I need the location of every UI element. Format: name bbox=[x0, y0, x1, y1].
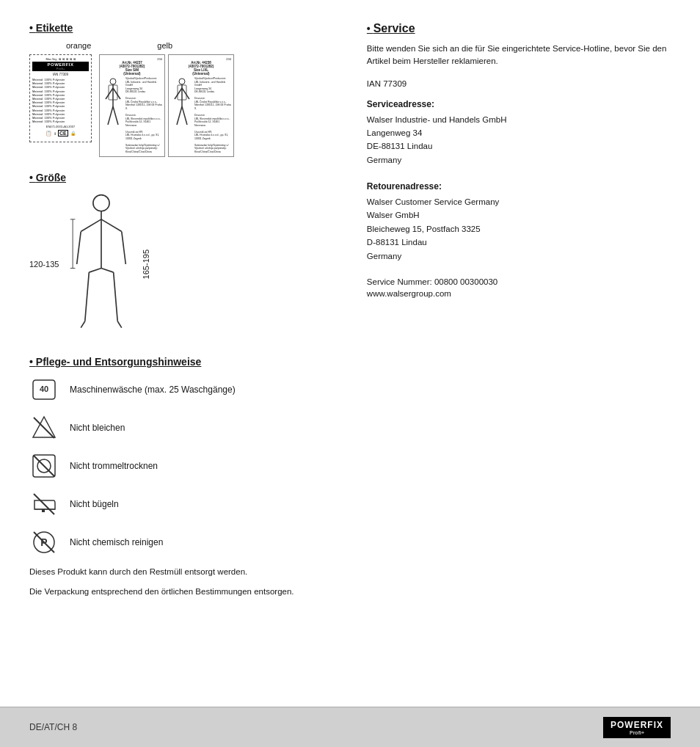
serviceadresse-line-2: Langenweg 34 bbox=[367, 126, 671, 139]
no-iron-icon bbox=[29, 489, 59, 519]
footer-locale: DE/AT/CH 8 bbox=[29, 722, 77, 732]
svg-line-19 bbox=[122, 232, 126, 264]
retoure-line-2: Walser GmbH bbox=[367, 208, 671, 222]
care-item-wash: 40 Maschinenwäsche (max. 25 Waschgänge) bbox=[29, 375, 338, 404]
svg-line-35 bbox=[34, 456, 54, 476]
serviceadresse-line-1: Walser Industrie- und Handels GmbH bbox=[367, 113, 671, 126]
powerfix-logo: POWERFIX Profi+ bbox=[32, 62, 89, 71]
right-column: • Service Bitte wenden Sie sich an die f… bbox=[352, 22, 671, 690]
svg-rect-37 bbox=[42, 509, 45, 512]
svg-line-26 bbox=[118, 321, 123, 328]
svg-line-10 bbox=[182, 88, 189, 99]
svg-line-11 bbox=[177, 106, 182, 125]
svg-line-23 bbox=[85, 272, 90, 321]
pflege-section: Pflege- und Entsorgungshinweise 40 Masch… bbox=[29, 356, 338, 599]
svg-line-25 bbox=[81, 321, 86, 328]
service-title: • Service bbox=[367, 22, 671, 35]
powerfix-badge: POWERFIX Profi+ bbox=[603, 717, 671, 738]
left-column: Etikette orange gelb Max 5kg ⊠⊠⊠⊠⊠ POWER… bbox=[29, 22, 352, 690]
retoure-line-1: Walser Customer Service Germany bbox=[367, 195, 671, 208]
care-text-tumble: Nicht trommeltrocknen bbox=[70, 461, 158, 471]
svg-line-2 bbox=[106, 88, 113, 99]
size-range-vertical: 165-195 bbox=[142, 249, 150, 279]
svg-point-0 bbox=[110, 79, 116, 84]
wash-icon: 40 bbox=[29, 375, 59, 404]
svg-line-4 bbox=[108, 106, 113, 125]
retoure-address: Walser Customer Service Germany Walser G… bbox=[367, 195, 671, 263]
no-tumble-icon bbox=[29, 451, 59, 481]
retoure-line-3: Bleicheweg 15, Postfach 3325 bbox=[367, 222, 671, 236]
svg-line-24 bbox=[114, 272, 118, 321]
disposal-text-1: Dieses Produkt kann durch den Restmüll e… bbox=[29, 566, 338, 578]
powerfix-brand: POWERFIX bbox=[610, 720, 663, 730]
svg-line-5 bbox=[113, 106, 118, 125]
footer: DE/AT/CH 8 POWERFIX Profi+ bbox=[0, 707, 700, 747]
svg-point-7 bbox=[179, 79, 185, 84]
grosse-section: Größe 120-135 bbox=[29, 172, 338, 338]
service-section: • Service Bitte wenden Sie sich an die f… bbox=[367, 22, 671, 298]
serviceadresse-line-4: Germany bbox=[367, 153, 671, 167]
serviceadresse-line-3: DE-88131 Lindau bbox=[367, 139, 671, 153]
label-colors-row: orange gelb bbox=[66, 41, 338, 50]
serviceadresse-title: Serviceadresse: bbox=[367, 99, 671, 109]
svg-line-12 bbox=[182, 106, 187, 125]
serviceadresse-address: Walser Industrie- und Handels GmbH Lange… bbox=[367, 113, 671, 167]
svg-line-22 bbox=[101, 269, 114, 273]
garment-label-1: 234 Art.Nr. 44237(43072-7001282)Size S/M… bbox=[99, 54, 165, 157]
retoure-title: Retourenadresse: bbox=[367, 181, 671, 192]
no-bleach-icon bbox=[29, 413, 59, 442]
garment-labels: 234 Art.Nr. 44237(43072-7001282)Size S/M… bbox=[99, 54, 234, 157]
retoure-line-5: Germany bbox=[367, 249, 671, 263]
ian-number: IAN 77309 bbox=[367, 79, 671, 88]
service-number: Service Nummer: 00800 00300030 bbox=[367, 277, 671, 286]
body-figure-svg bbox=[65, 191, 138, 338]
svg-line-17 bbox=[101, 219, 122, 232]
grosse-title: Größe bbox=[29, 172, 338, 183]
retoure-line-4: D-88131 Lindau bbox=[367, 236, 671, 249]
care-item-bleach: Nicht bleichen bbox=[29, 413, 338, 442]
care-item-iron: Nicht bügeln bbox=[29, 489, 338, 519]
etikette-title: Etikette bbox=[29, 22, 338, 34]
size-figure-container: 120-135 bbox=[29, 191, 338, 338]
pflege-title: Pflege- und Entsorgungshinweise bbox=[29, 356, 338, 368]
gelb-label: gelb bbox=[157, 41, 172, 50]
care-text-chemical: Nicht chemisch reinigen bbox=[70, 537, 163, 547]
care-text-bleach: Nicht bleichen bbox=[70, 423, 125, 433]
care-text-iron: Nicht bügeln bbox=[70, 499, 119, 509]
svg-line-18 bbox=[77, 232, 81, 264]
size-range-horizontal: 120-135 bbox=[29, 260, 59, 269]
svg-line-9 bbox=[175, 88, 182, 99]
disposal-text-2: Die Verpackung entsprechend den örtliche… bbox=[29, 586, 338, 598]
powerfix-profi: Profi+ bbox=[630, 730, 644, 735]
main-label-box: Max 5kg ⊠⊠⊠⊠⊠ POWERFIX Profi+ IAN 77309 … bbox=[29, 54, 92, 142]
label-images-row: Max 5kg ⊠⊠⊠⊠⊠ POWERFIX Profi+ IAN 77309 … bbox=[29, 54, 338, 157]
svg-line-16 bbox=[81, 219, 102, 232]
svg-point-14 bbox=[93, 195, 109, 211]
no-chemical-icon: P bbox=[29, 528, 59, 557]
service-intro: Bitte wenden Sie sich an die für Sie ein… bbox=[367, 43, 671, 68]
orange-label: orange bbox=[66, 41, 91, 50]
care-item-chemical: P Nicht chemisch reinigen bbox=[29, 528, 338, 557]
svg-line-3 bbox=[113, 88, 120, 99]
service-website: www.walsergroup.com bbox=[367, 289, 671, 298]
garment-label-2: 234 Art.Nr. 44238(43072-7001282)Size L/X… bbox=[168, 54, 234, 157]
svg-line-21 bbox=[90, 269, 102, 273]
etikette-section: Etikette orange gelb Max 5kg ⊠⊠⊠⊠⊠ POWER… bbox=[29, 22, 338, 157]
svg-text:40: 40 bbox=[40, 385, 48, 393]
care-text-wash: Maschinenwäsche (max. 25 Waschgänge) bbox=[70, 385, 236, 395]
care-item-tumble: Nicht trommeltrocknen bbox=[29, 451, 338, 481]
svg-line-32 bbox=[34, 418, 54, 438]
